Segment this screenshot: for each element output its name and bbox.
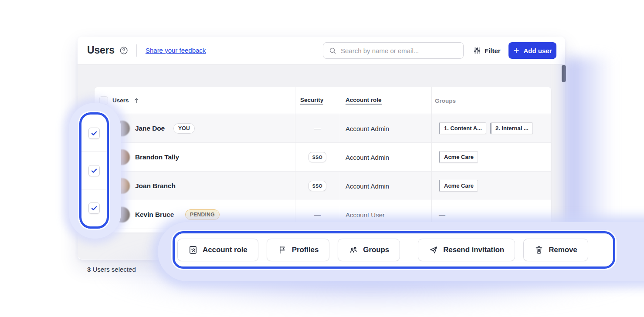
user-status-badge: YOU	[173, 123, 195, 134]
group-tag: Acme Care	[439, 180, 478, 192]
row-checkbox-checked[interactable]	[88, 165, 100, 176]
page-title: Users	[87, 44, 115, 56]
send-icon	[429, 245, 438, 255]
account-role-cell: Account Admin	[346, 125, 389, 132]
search-input[interactable]	[341, 47, 458, 54]
trash-icon	[534, 245, 544, 255]
sliders-icon	[473, 46, 481, 55]
row-checkbox-checked[interactable]	[88, 128, 100, 139]
users-table: Users Security Account role Groups Jane …	[95, 87, 551, 233]
check-icon	[91, 167, 98, 174]
user-name: Jane Doe	[135, 125, 165, 132]
group-tag: 1. Content A...	[439, 122, 486, 134]
search-box	[323, 42, 464, 59]
window-header: Users Share your feedback Filter Add use…	[78, 37, 565, 64]
groups-cell: Acme Care	[439, 172, 478, 200]
empty-value: —	[439, 211, 445, 218]
share-feedback-link[interactable]: Share your feedback	[146, 47, 206, 54]
plus-icon	[513, 47, 520, 54]
account-role-cell: Account Admin	[346, 182, 389, 189]
add-user-button[interactable]: Add user	[508, 42, 556, 59]
empty-value: —	[314, 211, 321, 218]
table-row[interactable]: Joan Branch SSO Account Admin Acme Care	[95, 172, 551, 200]
group-tag: 2. Internal ...	[490, 122, 533, 134]
empty-value: —	[314, 125, 321, 132]
account-role-button[interactable]: Account role	[177, 239, 258, 261]
selected-checkboxes-callout	[79, 112, 109, 229]
table-body: Jane Doe YOU — Account Admin 1. Content …	[95, 114, 551, 229]
profiles-button[interactable]: Profiles	[267, 239, 330, 261]
groups-button[interactable]: Groups	[338, 239, 400, 261]
remove-button[interactable]: Remove	[523, 239, 588, 261]
flag-icon	[278, 245, 287, 255]
user-status-badge: PENDING	[185, 209, 220, 220]
security-cell: SSO	[295, 143, 340, 171]
table-row[interactable]: Jane Doe YOU — Account Admin 1. Content …	[95, 114, 551, 143]
column-header-users[interactable]: Users	[112, 97, 140, 104]
user-name: Kevin Bruce	[135, 211, 174, 219]
people-icon	[349, 245, 358, 255]
account-role-cell: Account User	[346, 211, 385, 218]
check-icon	[91, 205, 98, 212]
header-divider	[136, 44, 137, 57]
security-cell: —	[295, 114, 340, 142]
table-header-row: Users Security Account role Groups	[95, 87, 551, 114]
user-name: Joan Branch	[135, 182, 176, 190]
column-divider	[431, 87, 432, 233]
selected-row-cell	[81, 115, 107, 152]
sort-asc-icon	[133, 97, 140, 104]
selected-row-cell	[81, 152, 107, 189]
column-header-account-role[interactable]: Account role	[346, 96, 382, 105]
bulk-action-bar: Account role Profiles Groups Resend invi…	[173, 231, 615, 269]
column-header-security[interactable]: Security	[300, 96, 323, 105]
column-header-groups: Groups	[435, 97, 456, 104]
column-divider	[340, 87, 340, 233]
page: Users Share your feedback Filter Add use…	[0, 0, 644, 317]
table-row[interactable]: Brandon Tally SSO Account Admin Acme Car…	[95, 143, 551, 172]
groups-cell: 1. Content A...2. Internal ...	[439, 114, 533, 142]
id-card-icon	[188, 245, 198, 255]
row-checkbox-checked[interactable]	[88, 202, 100, 214]
group-tag: Acme Care	[439, 151, 478, 163]
resend-invitation-button[interactable]: Resend invitation	[418, 239, 515, 261]
actionbar-divider	[409, 240, 409, 260]
account-role-cell: Account Admin	[346, 153, 389, 161]
search-icon	[329, 47, 337, 55]
question-icon[interactable]	[119, 46, 129, 55]
column-divider	[295, 87, 295, 233]
filter-button[interactable]: Filter	[473, 44, 501, 57]
sso-badge: SSO	[308, 181, 326, 191]
groups-cell: Acme Care	[439, 143, 478, 171]
selected-row-cell	[81, 189, 107, 226]
sso-badge: SSO	[308, 152, 326, 162]
user-name: Brandon Tally	[135, 153, 179, 161]
check-icon	[91, 130, 98, 137]
security-cell: SSO	[295, 172, 340, 200]
